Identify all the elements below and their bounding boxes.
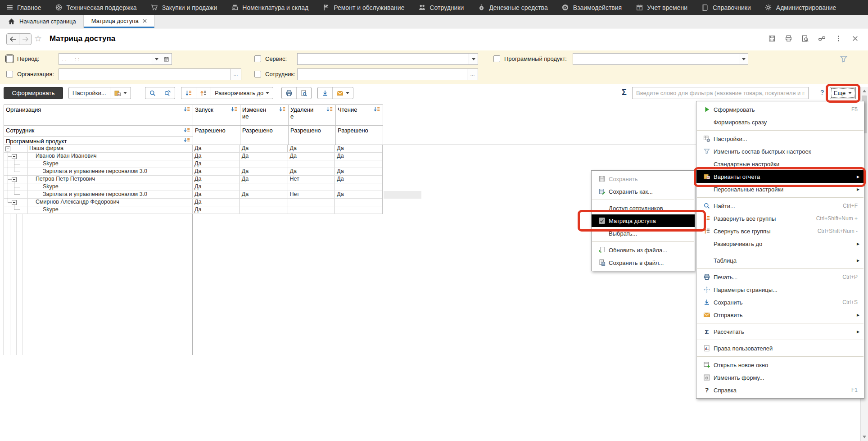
value-cell[interactable] — [240, 199, 288, 206]
quick-filter-input[interactable] — [632, 87, 809, 99]
more-item-open-new-window[interactable]: Открыть новое окно — [696, 359, 864, 371]
favorite-star-icon[interactable]: ☆ — [34, 34, 42, 43]
more-item-help[interactable]: ? Справка F1 — [696, 384, 864, 396]
more-item-find[interactable]: Найти... Ctrl+F — [696, 200, 864, 212]
value-cell[interactable] — [288, 160, 335, 168]
value-cell[interactable] — [240, 160, 288, 168]
menu-main[interactable]: Главное — [5, 4, 41, 12]
sort-icon[interactable] — [231, 107, 238, 114]
more-button[interactable]: Еще — [830, 87, 856, 99]
calendar-picker-icon[interactable] — [161, 54, 172, 64]
product-cell[interactable]: Зарплата и управление персоналом 3.0 — [27, 191, 193, 198]
print-preview-button[interactable] — [296, 87, 311, 99]
menu-interactions[interactable]: Взаимодействия — [561, 4, 622, 12]
value-cell[interactable] — [240, 183, 288, 191]
product-input[interactable] — [573, 54, 739, 64]
product-cell[interactable]: Зарплата и управление персоналом 3.0 — [27, 168, 193, 175]
header-delete[interactable]: Удаление — [289, 105, 336, 126]
group-cell[interactable]: Иванов Иван Иванович — [27, 153, 193, 160]
print-button[interactable] — [282, 87, 296, 99]
more-item-personal-settings[interactable]: Персональные настройки ▶ — [696, 183, 864, 195]
submenu-item-save-as[interactable]: Сохранить как... — [592, 185, 695, 198]
header-read[interactable]: Чтение — [336, 105, 383, 126]
value-cell[interactable] — [288, 206, 335, 214]
product-checkbox[interactable] — [493, 55, 500, 62]
period-dropdown-icon[interactable] — [152, 54, 161, 64]
value-cell[interactable]: Да — [335, 153, 382, 160]
header-organization[interactable]: Организация — [4, 105, 193, 126]
more-item-calculate[interactable]: Σ Рассчитать ▶ — [696, 325, 864, 338]
autosum-icon[interactable]: Σ — [622, 88, 627, 98]
print-icon[interactable] — [784, 34, 792, 42]
generate-button[interactable]: Сформировать — [4, 87, 63, 99]
more-item-page-setup[interactable]: Параметры страницы... — [696, 283, 864, 296]
table-row[interactable]: Иванов Иван ИвановичДаДаДаДа — [4, 153, 382, 160]
table-row[interactable]: SkypeДа — [4, 206, 382, 214]
more-item-standard-settings[interactable]: Стандартные настройки — [696, 158, 864, 170]
sort-icon[interactable] — [374, 107, 380, 114]
sort-icon[interactable] — [184, 137, 190, 144]
product-cell[interactable]: Skype — [27, 206, 193, 214]
menu-repair-maintenance[interactable]: Ремонт и обслуживание — [322, 4, 404, 12]
menu-cash-funds[interactable]: Денежные средства — [477, 4, 547, 12]
organization-input[interactable] — [59, 69, 230, 80]
tab-close-icon[interactable] — [143, 18, 147, 24]
header-change[interactable]: Изменение — [240, 105, 289, 126]
link-icon[interactable] — [818, 34, 826, 42]
value-cell[interactable]: Нет — [288, 191, 335, 198]
value-cell[interactable]: Да — [335, 145, 382, 152]
more-item-quick-settings[interactable]: Изменить состав быстрых настроек — [696, 145, 864, 158]
collapse-toggle[interactable] — [12, 154, 17, 159]
value-cell[interactable]: Да — [193, 168, 240, 175]
table-row[interactable]: Наша фирмаДаДаДаДа — [4, 145, 382, 153]
product-dropdown-icon[interactable] — [739, 54, 748, 64]
value-cell[interactable]: Да — [240, 176, 288, 183]
value-cell[interactable]: Да — [335, 176, 382, 183]
save-file-button[interactable] — [318, 87, 332, 99]
save-icon[interactable] — [768, 34, 776, 42]
value-cell[interactable]: Да — [240, 145, 288, 152]
filter-funnel-icon[interactable] — [839, 55, 848, 65]
kebab-menu-icon[interactable] — [834, 34, 842, 42]
sort-icon[interactable] — [184, 107, 190, 114]
value-cell[interactable]: Да — [193, 199, 240, 206]
more-item-report-variants[interactable]: Варианты отчета ▶ — [696, 170, 864, 183]
header-employee[interactable]: Сотрудник — [4, 126, 193, 136]
value-cell[interactable] — [335, 160, 382, 168]
current-cell-cursor[interactable] — [384, 191, 421, 199]
more-item-save[interactable]: Сохранить Ctrl+S — [696, 296, 864, 309]
expand-to-button[interactable]: Разворачивать до — [211, 87, 273, 99]
sort-icon[interactable] — [184, 127, 190, 134]
value-cell[interactable] — [288, 199, 335, 206]
menu-administration[interactable]: Администрирование — [764, 4, 836, 12]
table-row[interactable]: SkypeДа — [4, 160, 382, 168]
table-row[interactable]: Смирнов Александр ФедоровичДа — [4, 199, 382, 206]
service-dropdown-icon[interactable] — [469, 54, 478, 64]
value-cell[interactable]: Да — [193, 153, 240, 160]
tab-home[interactable]: Начальная страница — [0, 15, 84, 28]
value-cell[interactable]: Да — [193, 191, 240, 198]
close-icon[interactable] — [851, 34, 859, 42]
help-icon[interactable]: ? — [820, 89, 824, 96]
more-item-print[interactable]: Печать... Ctrl+P — [696, 271, 864, 283]
expand-groups-button[interactable] — [181, 87, 196, 99]
more-item-edit-form[interactable]: Изменить форму... — [696, 371, 864, 384]
table-row[interactable]: Зарплата и управление персоналом 3.0ДаДа… — [4, 168, 382, 176]
submenu-item-employee-access[interactable]: Доступ сотрудников — [592, 202, 695, 214]
group-cell[interactable]: Смирнов Александр Федорович — [27, 199, 193, 206]
service-checkbox[interactable] — [254, 55, 261, 62]
value-cell[interactable]: Да — [335, 168, 382, 175]
value-cell[interactable]: Нет — [288, 176, 335, 183]
more-item-expand-to[interactable]: Разворачивать до ▶ — [696, 237, 864, 250]
employee-checkbox[interactable] — [254, 71, 261, 77]
menu-directories[interactable]: Справочники — [701, 4, 751, 12]
back-button[interactable] — [7, 34, 19, 45]
value-cell[interactable]: Да — [193, 206, 240, 214]
more-item-collapse-all-groups[interactable]: Свернуть все группы Ctrl+Shift+Num - — [696, 225, 864, 237]
table-row[interactable]: Зарплата и управление персоналом 3.0ДаДа… — [4, 191, 382, 199]
value-cell[interactable]: Да — [193, 176, 240, 183]
organization-checkbox[interactable] — [6, 71, 13, 77]
send-button[interactable] — [332, 87, 353, 99]
tab-access-matrix[interactable]: Матрица доступа — [84, 15, 154, 28]
value-cell[interactable]: Да — [240, 168, 288, 175]
